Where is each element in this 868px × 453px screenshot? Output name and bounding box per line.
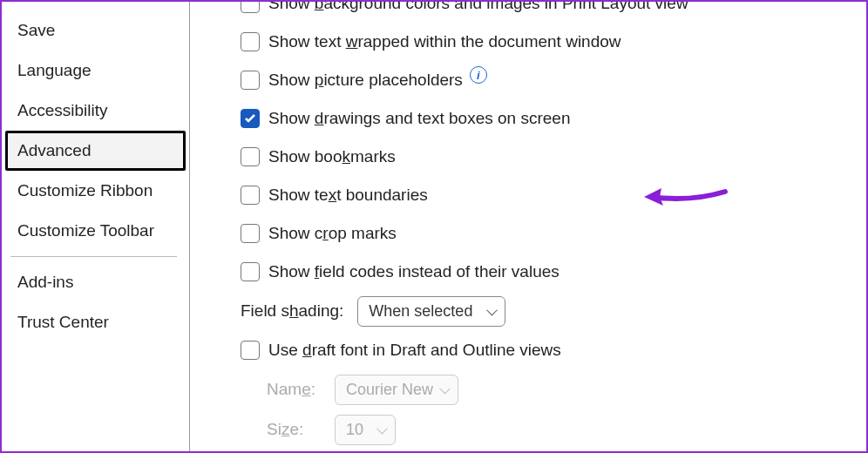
checkbox-picture-placeholders[interactable] [241, 71, 260, 90]
checkbox-wrapped-text[interactable] [241, 32, 260, 51]
label-drawings: Show drawings and text boxes on screen [268, 109, 570, 128]
label-font-size: Size: [267, 420, 321, 439]
sidebar-item-customize-toolbar[interactable]: Customize Toolbar [5, 211, 186, 251]
sidebar-item-trust-center[interactable]: Trust Center [5, 302, 186, 342]
label-draft-font: Use draft font in Draft and Outline view… [268, 341, 561, 360]
field-row-font-size: Size: 10 [267, 409, 849, 450]
option-row-text-boundaries: Show text boundaries [241, 176, 849, 214]
label-field-shading: Field shading: [241, 301, 343, 321]
select-font-name: Courier New [335, 375, 458, 405]
option-row-crop-marks: Show crop marks [241, 214, 849, 253]
label-background-colors: Show background colors and images in Pri… [268, 2, 688, 13]
option-row-field-codes: Show field codes instead of their values [241, 253, 849, 291]
label-wrapped-text: Show text wrapped within the document wi… [268, 32, 621, 51]
sidebar-item-advanced[interactable]: Advanced [5, 131, 186, 171]
option-row-background-colors: Show background colors and images in Pri… [241, 2, 849, 23]
sidebar-item-save[interactable]: Save [5, 10, 186, 51]
option-row-picture-placeholders: Show picture placeholders i [241, 61, 849, 99]
checkbox-field-codes[interactable] [241, 262, 260, 281]
label-picture-placeholders: Show picture placeholders [268, 71, 463, 90]
label-bookmarks: Show bookmarks [268, 147, 396, 166]
checkbox-draft-font[interactable] [241, 341, 260, 360]
label-text-boundaries: Show text boundaries [268, 186, 428, 205]
checkbox-background-colors[interactable] [241, 2, 260, 13]
option-row-drawings: Show drawings and text boxes on screen [241, 99, 849, 138]
field-row-font-name: Name: Courier New [267, 369, 849, 409]
sidebar-divider [10, 256, 177, 257]
select-font-size: 10 [335, 415, 396, 445]
label-crop-marks: Show crop marks [268, 224, 397, 243]
sidebar-item-language[interactable]: Language [5, 51, 186, 91]
field-row-shading: Field shading: When selected [241, 291, 849, 331]
checkbox-drawings[interactable] [241, 109, 260, 128]
options-panel: Show background colors and images in Pri… [190, 2, 866, 451]
option-row-draft-font: Use draft font in Draft and Outline view… [241, 331, 849, 369]
sidebar-item-addins[interactable]: Add-ins [5, 262, 186, 302]
label-font-name: Name: [267, 380, 321, 399]
select-field-shading[interactable]: When selected [357, 296, 505, 327]
checkbox-crop-marks[interactable] [241, 224, 260, 243]
sidebar-item-customize-ribbon[interactable]: Customize Ribbon [5, 171, 186, 211]
option-row-wrapped-text: Show text wrapped within the document wi… [241, 23, 849, 61]
sidebar-item-accessibility[interactable]: Accessibility [5, 91, 186, 131]
label-field-codes: Show field codes instead of their values [268, 262, 559, 281]
info-icon[interactable]: i [470, 66, 487, 84]
checkbox-bookmarks[interactable] [241, 147, 260, 166]
option-row-bookmarks: Show bookmarks [241, 138, 849, 176]
checkbox-text-boundaries[interactable] [241, 186, 260, 205]
options-sidebar: Save Language Accessibility Advanced Cus… [2, 2, 190, 451]
